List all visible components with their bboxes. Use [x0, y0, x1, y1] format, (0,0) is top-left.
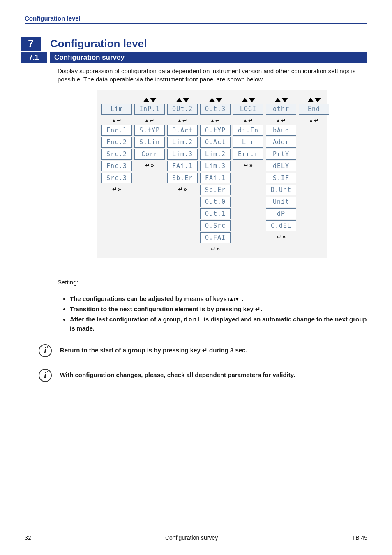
diagram-item: O.Act: [167, 125, 198, 136]
diagram-item: O.tYP: [200, 125, 231, 136]
bullet-2: Transition to the next configuration ele…: [70, 305, 367, 313]
diagram-item: Lim.2: [200, 149, 231, 160]
enter-connector-icon: ▲ ↵: [178, 117, 187, 125]
return-connector-icon: ↵ »: [244, 162, 253, 169]
enter-connector-icon: ▲ ↵: [145, 117, 154, 125]
return-connector-icon: ↵ »: [277, 233, 286, 241]
return-connector-icon: ↵ »: [178, 185, 187, 193]
diagram-group-header: LOGI: [233, 104, 263, 115]
updown-arrows-icon: [176, 98, 189, 102]
diagram-item: Fnc.2: [101, 137, 132, 148]
diagram-group-header: OUt.2: [167, 104, 198, 115]
return-connector-icon: ↵ »: [112, 185, 121, 193]
diagram-item: Fnc.3: [101, 161, 132, 171]
chapter-title: Configuration level: [41, 37, 147, 50]
diagram-item: O.Src: [200, 220, 231, 231]
diagram-item: Out.1: [200, 208, 231, 219]
footer-right: TB 45: [352, 534, 367, 541]
diagram-item: Err.r: [233, 149, 263, 160]
section-header: 7.1 Configuration survey: [25, 52, 367, 63]
done-code: donE: [184, 316, 202, 323]
running-header: Configuration level: [25, 15, 367, 24]
diagram-column: Lim▲ ↵Fnc.1Fnc.2Src.2Fnc.3Src.3↵ »: [101, 98, 132, 254]
diagram-item: Corr: [134, 149, 165, 160]
diagram-item: O.FAI: [200, 232, 231, 243]
return-connector-icon: ↵ »: [145, 162, 154, 169]
diagram-item: Src.3: [101, 173, 132, 183]
diagram-item: S.IF: [266, 173, 296, 183]
updown-key-icon: [234, 298, 240, 301]
diagram-group-header: End: [299, 104, 329, 115]
diagram-item: C.dEL: [266, 220, 296, 231]
diagram-group-header: InP.1: [134, 104, 165, 115]
diagram-item: PrtY: [266, 149, 296, 160]
updown-arrows-icon: [242, 98, 255, 102]
footer-page: 32: [25, 534, 31, 541]
diagram-item: Addr: [266, 137, 296, 148]
enter-connector-icon: ▲ ↵: [112, 117, 122, 125]
diagram-group-header: othr: [266, 104, 296, 115]
diagram-item: dP: [266, 208, 296, 219]
bullet-1: The configurations can be adjusted by me…: [70, 294, 367, 303]
setting-bullets: The configurations can be adjusted by me…: [58, 294, 367, 333]
diagram-item: bAud: [266, 125, 296, 136]
config-diagram: Lim▲ ↵Fnc.1Fnc.2Src.2Fnc.3Src.3↵ »InP.1▲…: [97, 90, 327, 258]
diagram-item: O.Act: [200, 137, 231, 148]
diagram-item: S.tYP: [134, 125, 165, 136]
updown-arrows-icon: [143, 98, 157, 102]
info-text-2: With configuration changes, please, chec…: [60, 371, 367, 379]
info-icon: i: [39, 369, 52, 382]
info-icon: i: [39, 344, 52, 357]
diagram-group-header: OUt.3: [200, 104, 231, 115]
diagram-item: Out.0: [200, 197, 231, 207]
setting-heading: Setting:: [58, 278, 367, 287]
bullet-3: After the last configuration of a group,…: [70, 315, 367, 333]
section-number-box: 7.1: [21, 52, 47, 63]
diagram-column: OUt.2▲ ↵O.ActLim.2Lim.3FAi.1Sb.Er↵ »: [167, 98, 198, 254]
diagram-item: FAi.1: [200, 173, 231, 183]
chapter-header: 7 Configuration level: [25, 37, 367, 51]
diagram-group-header: Lim: [101, 104, 132, 115]
chapter-number-box: 7: [21, 37, 41, 51]
enter-connector-icon: ▲ ↵: [210, 117, 220, 125]
diagram-item: dELY: [266, 161, 296, 171]
enter-connector-icon: ▲ ↵: [309, 117, 319, 125]
updown-arrows-icon: [307, 98, 321, 102]
diagram-column: LOGI▲ ↵di.FnL_rErr.r↵ »: [233, 98, 263, 254]
diagram-item: S.Lin: [134, 137, 165, 148]
info-note-1: i Return to the start of a group is by p…: [39, 344, 367, 357]
info-note-2: i With configuration changes, please, ch…: [39, 369, 367, 382]
return-connector-icon: ↵ »: [211, 245, 220, 253]
updown-key-icon: [228, 298, 234, 301]
page-footer: 32 Configuration survey TB 45: [25, 532, 367, 541]
enter-key-icon: ↵: [255, 305, 261, 312]
info-text-1: Return to the start of a group is by pre…: [60, 346, 367, 354]
diagram-item: Lim.3: [200, 161, 231, 171]
diagram-column: OUt.3▲ ↵O.tYPO.ActLim.2Lim.3FAi.1Sb.ErOu…: [200, 98, 231, 254]
diagram-column: InP.1▲ ↵S.tYPS.LinCorr↵ »: [134, 98, 165, 254]
diagram-item: Sb.Er: [200, 185, 231, 195]
diagram-item: Fnc.1: [101, 125, 132, 136]
updown-arrows-icon: [209, 98, 222, 102]
diagram-item: FAi.1: [167, 161, 198, 171]
updown-arrows-icon: [274, 98, 288, 102]
enter-connector-icon: ▲ ↵: [276, 117, 286, 125]
diagram-item: L_r: [233, 137, 263, 148]
intro-text: Display suppression of configuration dat…: [58, 67, 367, 84]
diagram-item: D.Unt: [266, 185, 296, 195]
diagram-item: Lim.2: [167, 137, 198, 148]
diagram-column: End▲ ↵: [299, 98, 329, 254]
diagram-item: Unit: [266, 197, 296, 207]
section-title: Configuration survey: [50, 52, 367, 63]
footer-center: Configuration survey: [165, 534, 218, 541]
diagram-item: Sb.Er: [167, 173, 198, 183]
diagram-item: Lim.3: [167, 149, 198, 160]
enter-connector-icon: ▲ ↵: [243, 117, 253, 125]
diagram-column: othr▲ ↵bAudAddrPrtYdELYS.IFD.UntUnitdPC.…: [266, 98, 296, 254]
diagram-item: di.Fn: [233, 125, 263, 136]
diagram-item: Src.2: [101, 149, 132, 160]
